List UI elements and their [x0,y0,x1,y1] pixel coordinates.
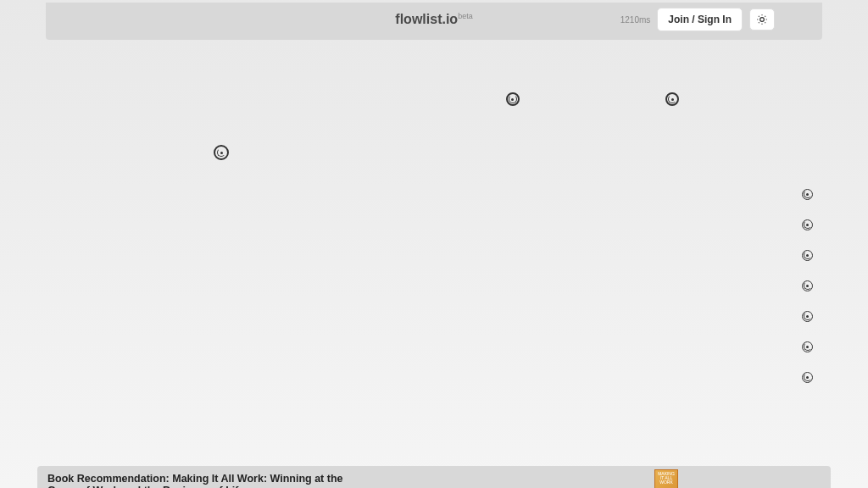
logo: flowlist.iobeta [395,12,472,27]
theme-toggle-button[interactable] [749,8,775,30]
sun-icon [756,14,768,25]
logo-text: flowlist.io [395,12,458,26]
target-icon [665,92,679,106]
book-title: Book Recommendation: Making It All Work:… [47,473,356,488]
target-icon [506,92,520,106]
latency-indicator: 1210ms [620,15,651,25]
signin-button[interactable]: Join / Sign In [657,8,743,31]
book-cover: MAKING IT ALL WORK [654,469,678,488]
book-recommendation[interactable]: Book Recommendation: Making It All Work:… [37,466,831,488]
header-bar: flowlist.iobeta 1210ms Join / Sign In [46,3,822,40]
logo-badge: beta [458,12,473,20]
svg-point-0 [760,18,765,22]
project-icon [214,145,229,160]
